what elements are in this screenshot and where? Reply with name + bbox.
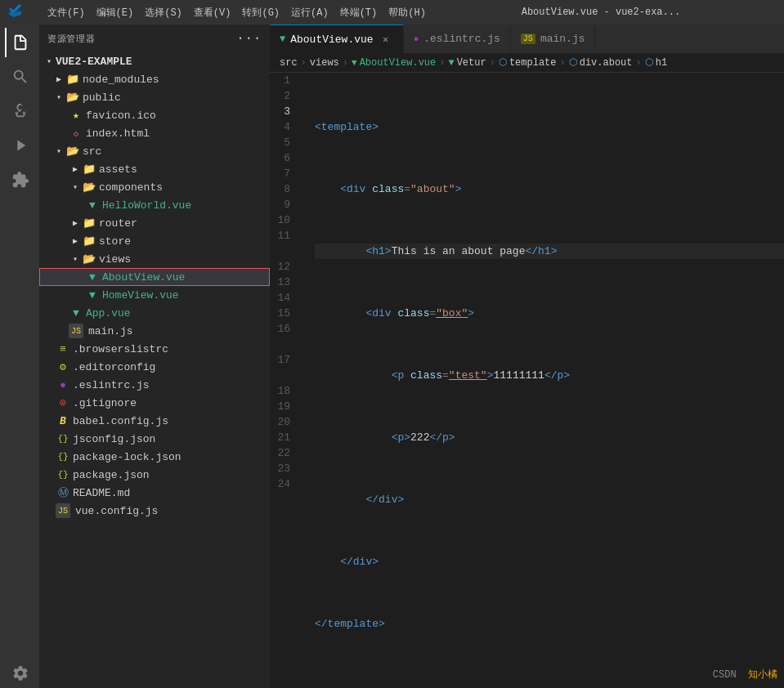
- breadcrumb-vetur-label: Vetur: [457, 57, 486, 69]
- ln-20: 20: [270, 414, 298, 430]
- tree-root-label: VUE2-EXAMPLE: [56, 56, 132, 68]
- vue-file-icon: ▼: [85, 198, 100, 212]
- tree-aboutview[interactable]: ▼ AboutView.vue: [39, 268, 270, 286]
- menu-file[interactable]: 文件(F): [47, 6, 85, 20]
- breadcrumb-h1-icon: ⬡: [645, 56, 653, 69]
- line-numbers: 1 2 3 4 5 6 7 8 9 10 11 12 13 14 15 16 1…: [270, 73, 307, 688]
- code-content[interactable]: <template> <div class = "about" > <h1> T…: [307, 73, 784, 688]
- tree-readmemd[interactable]: Ⓜ README.md: [39, 484, 270, 502]
- tree-node-modules[interactable]: ▶ 📁 node_modules: [39, 70, 270, 88]
- tree-packagelockjson[interactable]: {} package-lock.json: [39, 448, 270, 466]
- settings-icon[interactable]: [5, 659, 34, 688]
- tab-mainjs[interactable]: JS main.js: [511, 25, 596, 53]
- menu-help[interactable]: 帮助(H): [388, 6, 426, 20]
- main-layout: 资源管理器 ··· ▾ VUE2-EXAMPLE ▶ 📁 node_module…: [0, 25, 784, 688]
- ln-10: 10: [270, 212, 298, 228]
- window-title: AboutView.vue - vue2-exa...: [522, 7, 680, 18]
- syn-tag: >: [455, 181, 462, 197]
- ln-9: 9: [270, 197, 298, 212]
- tree-index-html[interactable]: ◇ index.html: [39, 124, 270, 142]
- tree-public[interactable]: ▾ 📂 public: [39, 88, 270, 106]
- tab-close-aboutview[interactable]: ✕: [379, 32, 393, 47]
- components-folder-icon: 📂: [82, 180, 96, 194]
- menu-view[interactable]: 查看(V): [194, 6, 231, 20]
- syn-tag: </template>: [315, 616, 385, 632]
- jsconfig-icon: {}: [56, 431, 70, 446]
- ln-18: 18: [270, 383, 298, 399]
- menu-terminal[interactable]: 终端(T): [340, 6, 378, 20]
- breadcrumb-template-label: template: [509, 57, 557, 69]
- breadcrumb-views[interactable]: views: [310, 57, 339, 69]
- tree-components[interactable]: ▾ 📂 components: [39, 178, 270, 196]
- breadcrumb-aboutview[interactable]: ▼ AboutView.vue: [352, 57, 436, 69]
- menu-run[interactable]: 运行(A): [291, 6, 329, 20]
- tree-gitignore[interactable]: ⊙ .gitignore: [39, 394, 270, 412]
- code-editor[interactable]: 1 2 3 4 5 6 7 8 9 10 11 12 13 14 15 16 1…: [270, 73, 784, 688]
- sidebar-options-button[interactable]: ···: [236, 31, 262, 46]
- tree-router-label: router: [99, 217, 137, 230]
- syn-text: 222: [410, 430, 429, 445]
- tree-mainjs[interactable]: JS main.js: [39, 322, 270, 340]
- tab-eslintrc-label: .eslintrc.js: [423, 33, 500, 45]
- tree-router[interactable]: ▶ 📁 router: [39, 214, 270, 232]
- syn-tag: <p>: [392, 430, 410, 445]
- explorer-icon[interactable]: [5, 28, 34, 57]
- breadcrumb-src[interactable]: src: [280, 57, 298, 69]
- tree-components-label: components: [99, 181, 163, 194]
- code-line-2: <div class = "about" >: [315, 181, 784, 197]
- browserslist-icon: ≡: [56, 342, 70, 356]
- code-line-7: </div>: [315, 492, 784, 507]
- breadcrumb-sep4: ›: [490, 57, 495, 69]
- menu-edit[interactable]: 编辑(E): [96, 6, 134, 20]
- tree-root[interactable]: ▾ VUE2-EXAMPLE: [39, 52, 270, 70]
- code-line-5: <p class = "test" > 11111111 </p>: [315, 368, 784, 383]
- breadcrumb-vue-icon: ▼: [352, 58, 357, 68]
- search-icon[interactable]: [5, 62, 34, 92]
- tree-views[interactable]: ▾ 📂 views: [39, 250, 270, 268]
- tab-aboutview[interactable]: ▼ AboutView.vue ✕: [270, 25, 404, 53]
- tree-appvue-label: App.vue: [86, 307, 131, 319]
- tree-editorconfig[interactable]: ⚙ .editorconfig: [39, 358, 270, 376]
- source-control-icon[interactable]: [5, 96, 34, 126]
- tree-vueconfigjs[interactable]: JS vue.config.js: [39, 502, 270, 520]
- tree-assets[interactable]: ▶ 📁 assets: [39, 160, 270, 178]
- ln-8: 8: [270, 181, 298, 197]
- packagelock-icon: {}: [56, 449, 70, 464]
- menu-select[interactable]: 选择(S): [145, 6, 182, 20]
- tree-homeview[interactable]: ▼ HomeView.vue: [39, 286, 270, 304]
- tree-eslintrc-label: .eslintrc.js: [73, 379, 150, 391]
- tab-eslintrc[interactable]: ● .eslintrc.js: [404, 25, 511, 53]
- extensions-icon[interactable]: [5, 165, 34, 194]
- tree-jsconfigjson[interactable]: {} jsconfig.json: [39, 430, 270, 448]
- breadcrumb-template[interactable]: ⬡ template: [499, 56, 557, 69]
- breadcrumb-divabout[interactable]: ⬡ div.about: [569, 56, 633, 69]
- menu-goto[interactable]: 转到(G): [242, 6, 280, 20]
- tree-favicon[interactable]: ★ favicon.ico: [39, 106, 270, 124]
- syn-string: "about": [410, 181, 455, 197]
- syn-punct: =: [404, 181, 410, 197]
- titlebar-menus[interactable]: 文件(F) 编辑(E) 选择(S) 查看(V) 转到(G) 运行(A) 终端(T…: [47, 6, 426, 20]
- ln-15: 15: [270, 306, 298, 321]
- tree-src[interactable]: ▾ 📂 src: [39, 142, 270, 160]
- appvue-icon: ▼: [69, 306, 83, 320]
- tree-expand-icon: ▾: [52, 91, 65, 104]
- editorconfig-icon: ⚙: [56, 360, 70, 374]
- tree-packagejson[interactable]: {} package.json: [39, 466, 270, 484]
- ln-23: 23: [270, 461, 298, 476]
- tree-store[interactable]: ▶ 📁 store: [39, 232, 270, 250]
- tree-browserslistrc[interactable]: ≡ .browserslistrc: [39, 340, 270, 358]
- ln-2: 2: [270, 88, 298, 104]
- tree-babelconfig[interactable]: B babel.config.js: [39, 412, 270, 430]
- tree-appvue[interactable]: ▼ App.vue: [39, 304, 270, 322]
- run-icon[interactable]: [5, 131, 34, 160]
- syn-tag: </p>: [429, 430, 455, 445]
- tree-eslintrc[interactable]: ● .eslintrc.js: [39, 376, 270, 394]
- tree-jsconfigjson-label: jsconfig.json: [73, 433, 155, 445]
- ln-3: 3: [270, 104, 298, 119]
- tree-helloworld[interactable]: ▼ HelloWorld.vue: [39, 196, 270, 214]
- breadcrumb-vetur[interactable]: ▼ Vetur: [448, 57, 486, 69]
- breadcrumb-h1[interactable]: ⬡ h1: [645, 56, 667, 69]
- readme-icon: Ⓜ: [56, 485, 70, 500]
- tree-babelconfig-label: babel.config.js: [73, 415, 168, 427]
- file-tree: ▾ VUE2-EXAMPLE ▶ 📁 node_modules ▾ 📂 publ…: [39, 52, 270, 688]
